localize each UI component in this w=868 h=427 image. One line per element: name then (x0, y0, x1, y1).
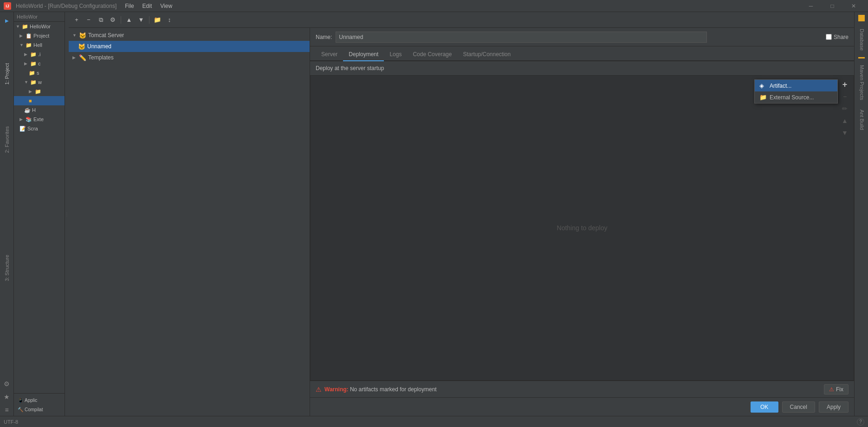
toolbar-divider-2 (149, 16, 149, 24)
copy-config-button[interactable]: ⧉ (96, 15, 106, 25)
tab-database[interactable]: Database (856, 24, 867, 55)
right-sidebar-color-sq (858, 15, 865, 21)
name-label: Name: (316, 34, 332, 40)
tab-deployment[interactable]: Deployment (343, 48, 384, 61)
tab-server[interactable]: Server (316, 48, 343, 61)
node-label-c: c (38, 61, 41, 66)
external-source-icon: 📁 (759, 94, 767, 101)
warning-icon: ⚠ (316, 386, 322, 393)
node-label-helloworld: HelloWor (30, 24, 51, 29)
project-node-helloworld[interactable]: ▼ 📁 HelloWor (14, 22, 65, 31)
tab-code-coverage[interactable]: Code Coverage (407, 48, 457, 61)
share-area: Share (826, 34, 849, 40)
tab-startup-connection[interactable]: Startup/Connection (457, 48, 516, 61)
deploy-down-button[interactable]: ▼ (840, 128, 850, 138)
project-node-w[interactable]: ▼ 📁 w (14, 78, 65, 87)
ok-button[interactable]: OK (751, 401, 778, 413)
app-title: HelloWorld - [Run/Debug Configurations] (12, 3, 120, 9)
menu-view[interactable]: View (156, 2, 176, 10)
minimize-button[interactable]: ─ (800, 1, 822, 11)
bottom-icon-1[interactable]: ⚙ (1, 378, 13, 390)
unnamed-icon: 🐱 (78, 43, 85, 50)
up-config-button[interactable]: ▲ (124, 15, 134, 25)
arrow-project: ▶ (19, 33, 24, 38)
project-node-file[interactable]: ■ (14, 96, 65, 105)
arrow-helloworld: ▼ (16, 24, 20, 29)
run-config-toolbar: + − ⧉ ⚙ ▲ ▼ 📁 ↕ (69, 12, 854, 28)
maven-indicator (858, 57, 865, 58)
sort-config-button[interactable]: ↕ (164, 15, 175, 25)
close-button[interactable]: ✕ (843, 1, 864, 11)
node-label-hell: Hell (33, 42, 42, 48)
templates-icon: ✏️ (79, 54, 86, 61)
tab-maven-projects[interactable]: Maven Projects (856, 60, 867, 105)
deploy-remove-button[interactable]: − (840, 91, 850, 102)
folder-config-button[interactable]: 📁 (152, 15, 162, 25)
project-icon[interactable]: ▶ (1, 14, 13, 26)
applic-icon: 📱 (18, 398, 23, 403)
apply-button[interactable]: Apply (819, 401, 849, 413)
artifact-icon: ◈ (759, 82, 767, 89)
arrow-w: ▼ (24, 80, 29, 84)
arrow-hell: ▼ (19, 43, 24, 47)
fix-button[interactable]: ⚠ Fix (824, 384, 849, 395)
warning-bar: ⚠ Warning: No artifacts marked for deplo… (310, 381, 854, 397)
node-label-external: Exte (33, 116, 44, 122)
node-icon-external: 📚 (26, 116, 32, 123)
project-node-project[interactable]: ▶ 📋 Project (14, 31, 65, 40)
node-icon-scratches: 📝 (19, 126, 26, 132)
bottom-icon-2[interactable]: ★ (1, 391, 13, 403)
tab-project-vertical[interactable]: 1: Project (2, 58, 12, 89)
tree-item-tomcat-server[interactable]: ▼ 🐱 Tomcat Server (69, 30, 310, 41)
deploy-edit-button[interactable]: ✏ (840, 104, 850, 114)
top-menu-bar: IJ HelloWorld - [Run/Debug Configuration… (0, 0, 868, 12)
project-node-hell[interactable]: ▼ 📁 Hell (14, 40, 65, 50)
settings-config-button[interactable]: ⚙ (108, 15, 118, 25)
compilat-panel[interactable]: 🔨 Compilat (16, 405, 63, 414)
project-node-H[interactable]: ☕ H (14, 105, 65, 115)
project-node-s[interactable]: 📁 s (14, 68, 65, 78)
dropdown-artifact[interactable]: ◈ Artifact... (755, 80, 837, 91)
tree-item-unnamed[interactable]: 🐱 Unnamed (69, 41, 310, 52)
node-label-w: w (38, 79, 42, 85)
name-input[interactable] (336, 32, 707, 43)
project-node-dotI[interactable]: ▶ 📁 .i (14, 50, 65, 59)
tab-ant-build[interactable]: Ant Build (856, 105, 867, 135)
down-config-button[interactable]: ▼ (136, 15, 146, 25)
bottom-icon-3[interactable]: ≡ (1, 404, 13, 416)
tree-item-templates[interactable]: ▶ ✏️ Templates (69, 52, 310, 63)
cancel-button[interactable]: Cancel (782, 401, 815, 413)
right-sidebar: Database Maven Projects Ant Build (854, 12, 868, 416)
share-checkbox[interactable] (826, 34, 832, 40)
node-icon-helloworld: 📁 (22, 24, 28, 30)
resize-gripper[interactable]: ⋮ (65, 12, 69, 416)
templates-arrow: ▶ (72, 55, 77, 60)
node-label-project: Project (33, 33, 49, 39)
menu-edit[interactable]: Edit (139, 2, 156, 10)
fix-warning-icon: ⚠ (829, 386, 834, 393)
project-node-external[interactable]: ▶ 📚 Exte (14, 115, 65, 124)
tomcat-icon: 🐱 (79, 32, 86, 39)
applic-panel[interactable]: 📱 Applic (16, 395, 63, 405)
node-label-scratches: Scra (27, 126, 38, 131)
maximize-button[interactable]: □ (822, 1, 843, 11)
status-help[interactable]: ? (857, 418, 864, 426)
tab-favorites-vertical[interactable]: 2: Favorites (2, 122, 12, 157)
tomcat-arrow: ▼ (72, 33, 77, 38)
menu-file[interactable]: File (121, 2, 137, 10)
tab-structure-vertical[interactable]: 3: Structure (2, 250, 12, 286)
add-config-button[interactable]: + (71, 15, 82, 25)
deploy-add-button[interactable]: + (840, 79, 850, 90)
config-panel: Name: Share Server Deployment Logs Code … (310, 28, 854, 416)
project-node-c[interactable]: ▶ 📁 c (14, 59, 65, 68)
node-icon-c: 📁 (30, 61, 37, 67)
node-icon-H: ☕ (24, 107, 31, 113)
dropdown-external-source[interactable]: 📁 External Source... (755, 91, 837, 103)
node-icon-hell: 📁 (26, 42, 32, 48)
tab-logs[interactable]: Logs (384, 48, 407, 61)
deploy-up-button[interactable]: ▲ (840, 116, 850, 126)
project-node-scratches[interactable]: 📝 Scra (14, 124, 65, 133)
remove-config-button[interactable]: − (84, 15, 94, 25)
project-node-sub[interactable]: ▶ 📁 (14, 87, 65, 96)
node-icon-sub: 📁 (35, 89, 41, 95)
